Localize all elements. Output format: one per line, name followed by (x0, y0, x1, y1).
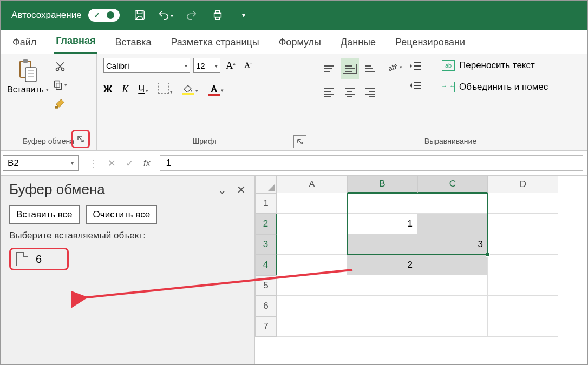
align-center-icon[interactable] (341, 82, 359, 103)
increase-font-icon[interactable]: A^ (224, 58, 238, 72)
cut-icon[interactable] (52, 59, 68, 74)
select-all-corner[interactable] (255, 176, 277, 193)
formula-input[interactable]: 1 (160, 155, 583, 171)
cell[interactable] (488, 275, 558, 296)
col-header-a[interactable]: A (277, 176, 347, 193)
underline-button[interactable]: Ч▾ (138, 84, 148, 95)
formula-options-icon[interactable]: ⋮ (88, 157, 98, 169)
cell[interactable] (488, 214, 558, 234)
align-middle-icon[interactable] (341, 58, 359, 79)
svg-rect-1 (214, 13, 221, 17)
ribbon-tabs: Файл Главная Вставка Разметка страницы Ф… (1, 30, 587, 54)
cell[interactable] (488, 234, 558, 255)
paste-button[interactable]: Вставить▾ (7, 85, 49, 95)
clear-all-button[interactable]: Очистить все (86, 205, 158, 224)
col-header-b[interactable]: B (347, 176, 417, 193)
paste-all-button[interactable]: Вставить все (9, 205, 80, 224)
svg-rect-14 (55, 107, 58, 109)
font-name-select[interactable]: Calibri▾ (103, 58, 190, 73)
decrease-indent-icon[interactable] (409, 61, 422, 73)
font-size-select[interactable]: 12▾ (193, 58, 220, 73)
merge-cells-button[interactable]: Объединить и помес (442, 82, 548, 92)
col-header-c[interactable]: C (417, 176, 488, 193)
tab-formulas[interactable]: Формулы (277, 34, 323, 54)
row-header-7[interactable]: 7 (255, 316, 277, 337)
cell[interactable] (347, 316, 417, 337)
increase-indent-icon[interactable] (409, 81, 422, 92)
row-header-3[interactable]: 3 (255, 234, 277, 255)
ribbon: Вставить▾ ▾ Буфер обмена Calibri▾ 12▾ A^… (1, 54, 587, 151)
borders-button[interactable]: ▾ (158, 83, 173, 96)
align-left-icon[interactable] (320, 82, 338, 103)
cell-b2[interactable]: 1 (347, 214, 417, 234)
paste-icon[interactable] (15, 58, 41, 84)
tab-layout[interactable]: Разметка страницы (168, 34, 261, 54)
tab-file[interactable]: Файл (10, 34, 38, 54)
cell-b4[interactable]: 2 (347, 255, 417, 275)
spreadsheet[interactable]: A B C D 1 2 1 3 3 (255, 176, 587, 365)
align-bottom-icon[interactable] (361, 58, 380, 79)
cell[interactable] (417, 193, 488, 214)
format-painter-icon[interactable] (52, 96, 68, 111)
undo-icon[interactable]: ▾ (158, 7, 174, 23)
tab-insert[interactable]: Вставка (113, 34, 153, 54)
cell[interactable] (488, 255, 558, 275)
cell[interactable] (277, 316, 347, 337)
decrease-font-icon[interactable]: Aˇ (241, 58, 255, 72)
cell[interactable] (417, 316, 488, 337)
font-color-button[interactable]: А▾ (208, 84, 224, 94)
cell[interactable] (277, 234, 347, 255)
cell[interactable] (488, 296, 558, 316)
row-header-1[interactable]: 1 (255, 193, 277, 214)
row-header-5[interactable]: 5 (255, 275, 277, 296)
save-icon[interactable] (132, 7, 148, 23)
fill-color-button[interactable]: ▾ (182, 84, 198, 95)
autosave-toggle[interactable]: ✓ (88, 9, 120, 22)
italic-button[interactable]: К (122, 84, 128, 95)
cell[interactable] (277, 193, 347, 214)
tab-home[interactable]: Главная (54, 32, 97, 54)
align-right-icon[interactable] (361, 82, 380, 103)
font-dialog-launcher[interactable] (293, 135, 306, 148)
col-header-d[interactable]: D (488, 176, 558, 193)
confirm-edit-icon[interactable]: ✓ (126, 157, 134, 169)
cell[interactable] (277, 296, 347, 316)
cell-c4[interactable] (417, 255, 488, 275)
qat-customize-icon[interactable]: ▾ (236, 7, 252, 23)
font-group-label: Шрифт (192, 137, 217, 145)
pane-options-icon[interactable]: ⌄ (218, 183, 227, 196)
quick-print-icon[interactable] (210, 7, 226, 23)
cell[interactable] (277, 255, 347, 275)
cell[interactable] (347, 296, 417, 316)
check-icon: ✓ (94, 11, 100, 19)
cell-c2[interactable] (417, 214, 488, 234)
cell[interactable] (417, 296, 488, 316)
cell-c3[interactable]: 3 (417, 234, 488, 255)
cancel-edit-icon[interactable]: ✕ (108, 157, 116, 169)
cell[interactable] (277, 275, 347, 296)
clipboard-item[interactable]: 6 (9, 248, 69, 270)
fx-icon[interactable]: fx (143, 158, 150, 168)
redo-icon[interactable] (184, 7, 200, 23)
wrap-text-button[interactable]: ab Переносить текст (442, 60, 548, 71)
tab-data[interactable]: Данные (338, 34, 378, 54)
bold-button[interactable]: Ж (103, 84, 112, 95)
cell[interactable] (277, 214, 347, 234)
cell[interactable] (488, 316, 558, 337)
cell[interactable] (488, 193, 558, 214)
copy-icon[interactable]: ▾ (52, 77, 68, 92)
tab-review[interactable]: Рецензировани (393, 34, 467, 54)
cell[interactable] (347, 193, 417, 214)
cell[interactable] (347, 275, 417, 296)
align-top-icon[interactable] (320, 58, 338, 79)
selection-handle[interactable] (486, 253, 490, 257)
pane-close-icon[interactable]: ✕ (237, 183, 246, 196)
clipboard-dialog-launcher[interactable] (71, 130, 90, 148)
row-header-2[interactable]: 2 (255, 214, 277, 234)
name-box[interactable]: B2▾ (3, 155, 79, 171)
cell[interactable] (417, 275, 488, 296)
cell-b3[interactable] (347, 234, 417, 255)
orientation-button[interactable]: ab▾ (386, 58, 402, 73)
row-header-4[interactable]: 4 (255, 255, 277, 275)
row-header-6[interactable]: 6 (255, 296, 277, 316)
